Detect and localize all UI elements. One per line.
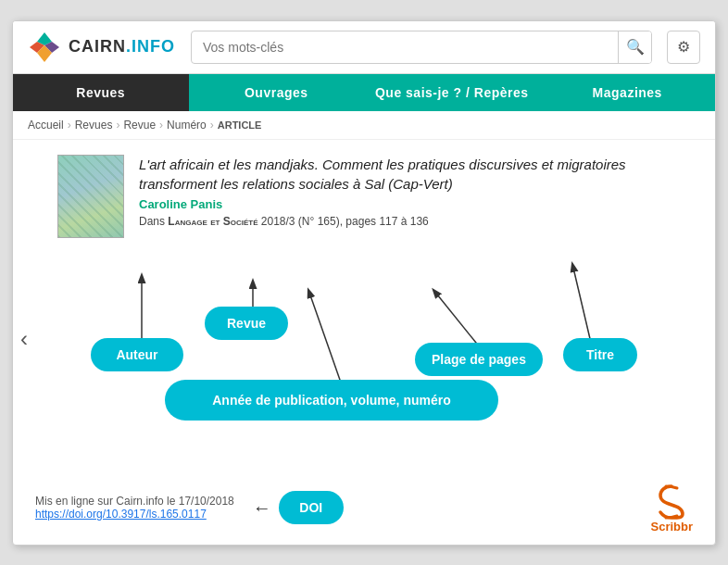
bubble-annee: Année de publication, volume, numéro	[165, 380, 498, 421]
breadcrumb-numero[interactable]: Numéro	[167, 119, 207, 132]
journal-prefix: Dans	[139, 215, 168, 228]
article-author[interactable]: Caroline Panis	[139, 197, 693, 211]
article-meta: Dans Langage et Société 2018/3 (N° 165),…	[139, 215, 693, 228]
nav-magazines[interactable]: Magazines	[540, 74, 716, 111]
article-header: L'art africain et les mandjaks. Comment …	[57, 155, 693, 238]
journal-name[interactable]: Langage et Société	[168, 215, 257, 228]
search-input[interactable]	[192, 40, 618, 55]
breadcrumb-sep1: ›	[68, 119, 71, 132]
article-info: L'art africain et les mandjaks. Comment …	[139, 155, 693, 238]
annotation-area: Auteur Revue Plage de pages Titre Année …	[35, 245, 693, 523]
breadcrumb: Accueil › Revues › Revue › Numéro › Arti…	[13, 111, 715, 140]
svg-line-7	[433, 290, 480, 347]
breadcrumb-sep4: ›	[210, 119, 214, 132]
prev-arrow[interactable]: ‹	[20, 326, 28, 352]
logo: CAIRN.INFO	[28, 31, 176, 64]
breadcrumb-article: Article	[218, 119, 262, 131]
article-title: L'art africain et les mandjaks. Comment …	[139, 155, 693, 194]
book-cover	[57, 155, 124, 238]
main-content: ‹ L'art africain et les mandjaks. Commen…	[13, 140, 715, 538]
nav-bar: Revues Ouvrages Que sais-je ? / Repères …	[13, 74, 715, 111]
nav-que-sais-je[interactable]: Que sais-je ? / Repères	[364, 74, 540, 111]
bubble-plage-pages: Plage de pages	[415, 343, 543, 376]
bubble-revue: Revue	[205, 307, 288, 340]
cairn-logo-icon	[28, 31, 61, 64]
article-title-italic1: L'art africain	[139, 157, 214, 172]
search-button[interactable]: 🔍	[618, 31, 651, 64]
settings-button[interactable]: ⚙	[667, 31, 700, 64]
article-title-italic2: mandjaks	[255, 157, 314, 172]
header: CAIRN.INFO 🔍 ⚙	[13, 21, 715, 74]
breadcrumb-revue[interactable]: Revue	[123, 119, 156, 132]
breadcrumb-sep2: ›	[116, 119, 119, 132]
nav-ouvrages[interactable]: Ouvrages	[189, 74, 365, 111]
journal-year: 2018/3 (N° 165)	[261, 215, 340, 228]
breadcrumb-sep3: ›	[159, 119, 163, 132]
breadcrumb-accueil[interactable]: Accueil	[28, 119, 64, 132]
svg-line-6	[308, 290, 341, 383]
breadcrumb-revues[interactable]: Revues	[75, 119, 113, 132]
search-bar[interactable]: 🔍	[191, 31, 652, 64]
svg-line-8	[572, 264, 591, 343]
nav-revues[interactable]: Revues	[13, 74, 189, 111]
journal-pages: , pages 117 à 136	[340, 215, 429, 228]
logo-text: CAIRN.INFO	[69, 37, 175, 56]
article-title-normal1: et les	[214, 157, 255, 172]
bubble-titre: Titre	[563, 338, 637, 371]
bubble-auteur: Auteur	[91, 338, 183, 371]
